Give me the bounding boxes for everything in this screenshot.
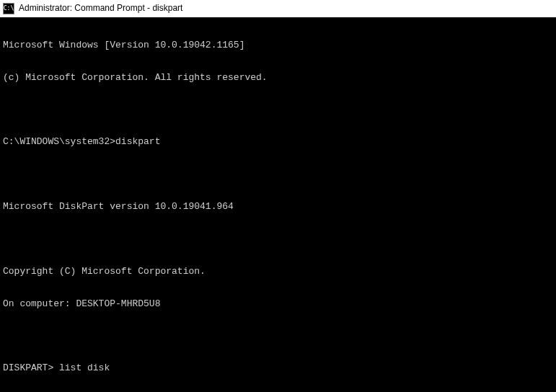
line-dp-prompt-list-disk: DISKPART> list disk — [3, 363, 553, 374]
window-title: Administrator: Command Prompt - diskpart — [19, 4, 182, 14]
cmd-icon: C:\ — [3, 3, 14, 14]
blank-line — [3, 105, 553, 116]
line-diskpart-version: Microsoft DiskPart version 10.0.19041.96… — [3, 202, 553, 213]
line-prompt1: C:\WINDOWS\system32>diskpart — [3, 137, 553, 148]
blank-line — [3, 169, 553, 180]
line-ms-windows: Microsoft Windows [Version 10.0.19042.11… — [3, 40, 553, 51]
line-on-computer: On computer: DESKTOP-MHRD5U8 — [3, 299, 553, 310]
blank-line — [3, 234, 553, 245]
window-titlebar[interactable]: C:\ Administrator: Command Prompt - disk… — [0, 0, 556, 17]
line-copyright1: (c) Microsoft Corporation. All rights re… — [3, 73, 553, 84]
terminal-output[interactable]: Microsoft Windows [Version 10.0.19042.11… — [0, 17, 556, 392]
line-copyright2: Copyright (C) Microsoft Corporation. — [3, 267, 553, 277]
blank-line — [3, 331, 553, 342]
